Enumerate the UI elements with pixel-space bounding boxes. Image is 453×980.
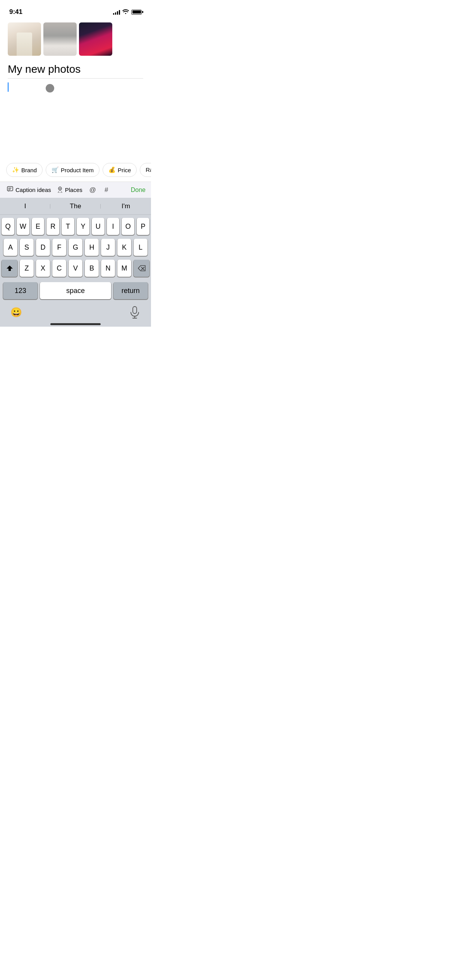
svg-rect-7 [133, 307, 137, 314]
key-n[interactable]: N [101, 260, 115, 277]
key-row-3: Z X C V B N M [2, 260, 149, 277]
backspace-key[interactable] [134, 260, 149, 277]
svg-rect-0 [7, 187, 13, 191]
chip-brand[interactable]: ✨ Brand [6, 163, 43, 177]
key-v[interactable]: V [69, 260, 82, 277]
autocomplete-bar: I The I'm [0, 198, 151, 215]
key-h[interactable]: H [85, 239, 99, 256]
svg-point-4 [59, 188, 60, 189]
key-row-1: Q W E R T Y U I O P [2, 218, 149, 235]
caption-ideas-button[interactable]: Caption ideas [5, 185, 53, 195]
bottom-key-row: 123 space return [2, 281, 149, 302]
product-icon: 🛒 [51, 166, 59, 173]
key-b[interactable]: B [85, 260, 99, 277]
autocomplete-word-the[interactable]: The [50, 202, 101, 210]
home-bar [50, 323, 101, 325]
places-button[interactable]: Places [55, 185, 84, 195]
places-label: Places [65, 187, 82, 193]
done-button[interactable]: Done [131, 187, 146, 194]
key-m[interactable]: M [117, 260, 131, 277]
numbers-key[interactable]: 123 [3, 282, 38, 299]
return-key[interactable]: return [113, 282, 148, 299]
key-g[interactable]: G [69, 239, 82, 256]
home-indicator [0, 321, 151, 327]
title-section: My new photos [0, 60, 151, 79]
price-label: Price [118, 167, 131, 173]
key-k[interactable]: K [117, 239, 131, 256]
status-icons [113, 9, 142, 15]
keyboard: I The I'm Q W E R T Y U I O P A S D F G … [0, 198, 151, 327]
shift-key[interactable] [2, 260, 17, 277]
key-u[interactable]: U [92, 218, 105, 235]
photos-row [0, 19, 151, 60]
key-p[interactable]: P [137, 218, 149, 235]
key-x[interactable]: X [36, 260, 50, 277]
product-label: Product Item [61, 167, 94, 173]
key-t[interactable]: T [62, 218, 74, 235]
key-j[interactable]: J [101, 239, 115, 256]
key-i[interactable]: I [107, 218, 120, 235]
key-a[interactable]: A [3, 239, 17, 256]
space-key[interactable]: space [40, 282, 111, 299]
photo-title: My new photos [8, 63, 143, 76]
drag-handle[interactable] [46, 84, 54, 93]
brand-icon: ✨ [12, 166, 19, 173]
toolbar-row: Caption ideas Places @ # Done [0, 182, 151, 198]
hashtag-button[interactable]: # [101, 185, 111, 195]
key-s[interactable]: S [20, 239, 34, 256]
autocomplete-word-i[interactable]: I [0, 202, 50, 210]
emoji-button[interactable]: 😀 [10, 306, 22, 319]
emoji-icon: 😀 [10, 307, 22, 318]
signal-icon [113, 9, 120, 15]
chip-rating[interactable]: Rating /⭐ [140, 163, 151, 177]
battery-icon [131, 10, 142, 15]
key-rows: Q W E R T Y U I O P A S D F G H J K L [0, 215, 151, 303]
key-row-2: A S D F G H J K L [2, 239, 149, 256]
key-q[interactable]: Q [2, 218, 14, 235]
key-r[interactable]: R [46, 218, 59, 235]
key-f[interactable]: F [52, 239, 66, 256]
wifi-icon [122, 9, 129, 15]
photo-thumb-3[interactable] [79, 22, 112, 56]
key-w[interactable]: W [17, 218, 29, 235]
caption-ideas-icon [7, 186, 14, 194]
key-l[interactable]: L [134, 239, 148, 256]
key-y[interactable]: Y [77, 218, 89, 235]
caption-ideas-label: Caption ideas [15, 187, 51, 193]
chip-product-item[interactable]: 🛒 Product Item [46, 163, 100, 177]
text-input-area[interactable] [0, 79, 151, 102]
chips-row: ✨ Brand 🛒 Product Item 💰 Price Rating /⭐ [0, 160, 151, 180]
key-c[interactable]: C [52, 260, 66, 277]
mic-button[interactable] [129, 306, 141, 319]
key-d[interactable]: D [36, 239, 50, 256]
places-icon [57, 186, 63, 194]
text-cursor [8, 82, 9, 92]
price-icon: 💰 [108, 166, 116, 173]
status-bar: 9:41 [0, 0, 151, 19]
status-time: 9:41 [9, 8, 22, 16]
autocomplete-word-im[interactable]: I'm [101, 202, 151, 210]
photo-thumb-1[interactable] [8, 22, 41, 56]
key-o[interactable]: O [122, 218, 134, 235]
key-e[interactable]: E [32, 218, 45, 235]
rating-label: Rating /⭐ [146, 166, 151, 173]
brand-label: Brand [21, 167, 37, 173]
chip-price[interactable]: 💰 Price [103, 163, 137, 177]
photo-thumb-2[interactable] [43, 22, 77, 56]
mention-button[interactable]: @ [86, 185, 99, 195]
key-z[interactable]: Z [20, 260, 34, 277]
emoji-mic-row: 😀 [0, 303, 151, 321]
